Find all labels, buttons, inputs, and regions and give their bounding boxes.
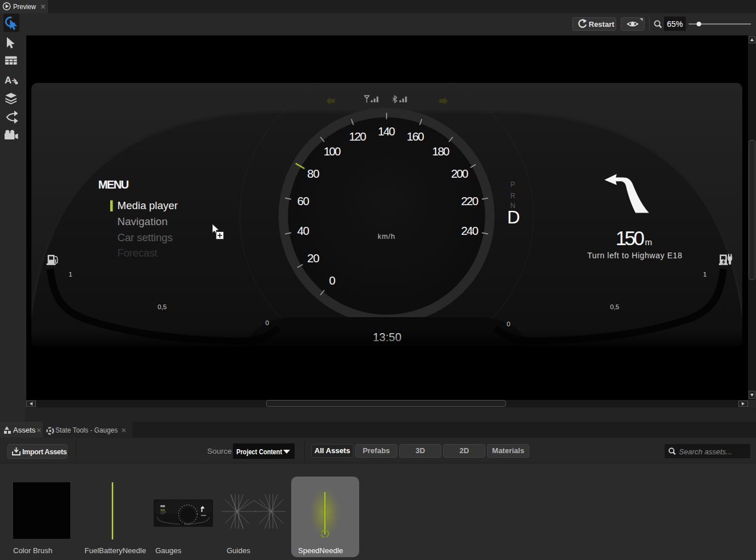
svg-text:120: 120: [349, 130, 367, 143]
svg-text:40: 40: [297, 224, 309, 237]
svg-text:D: D: [507, 207, 520, 227]
svg-text:100: 100: [324, 145, 341, 158]
svg-text:200: 200: [451, 167, 469, 180]
svg-text:140: 140: [378, 125, 396, 138]
svg-text:MENU: MENU: [98, 178, 130, 191]
svg-text:A: A: [5, 75, 11, 86]
svg-text:60: 60: [297, 194, 309, 207]
svg-text:0,5: 0,5: [158, 303, 167, 310]
svg-text:220: 220: [461, 194, 479, 207]
svg-text:Assets: Assets: [13, 426, 36, 434]
svg-text:150: 150: [616, 227, 645, 249]
svg-text:km/h: km/h: [377, 233, 395, 241]
svg-text:20: 20: [307, 251, 320, 265]
svg-text:Car settings: Car settings: [118, 231, 173, 243]
svg-text:1: 1: [703, 271, 706, 278]
svg-text:✕: ✕: [37, 427, 42, 434]
svg-text:✕: ✕: [41, 3, 46, 10]
svg-text:Preview: Preview: [13, 3, 37, 11]
svg-text:m: m: [645, 237, 653, 247]
svg-text:80: 80: [307, 167, 320, 180]
svg-text:0: 0: [266, 319, 269, 326]
svg-text:240: 240: [461, 224, 479, 237]
svg-text:0,5: 0,5: [610, 303, 620, 310]
svg-text:✕: ✕: [121, 427, 126, 434]
svg-text:Media player: Media player: [118, 199, 178, 211]
svg-text:Forecast: Forecast: [118, 247, 158, 259]
svg-text:160: 160: [407, 130, 424, 143]
svg-text:R: R: [510, 192, 516, 200]
svg-text:P: P: [510, 181, 515, 189]
svg-text:1: 1: [69, 271, 72, 278]
svg-text:Turn left to Highway E18: Turn left to Highway E18: [588, 251, 682, 260]
svg-text:Project Content: Project Content: [236, 447, 283, 456]
svg-text:Navigation: Navigation: [118, 215, 168, 227]
svg-text:180: 180: [432, 145, 450, 158]
svg-text:0: 0: [329, 274, 335, 287]
svg-text:State Tools - Gauges: State Tools - Gauges: [55, 426, 118, 434]
svg-text:0: 0: [506, 321, 510, 327]
